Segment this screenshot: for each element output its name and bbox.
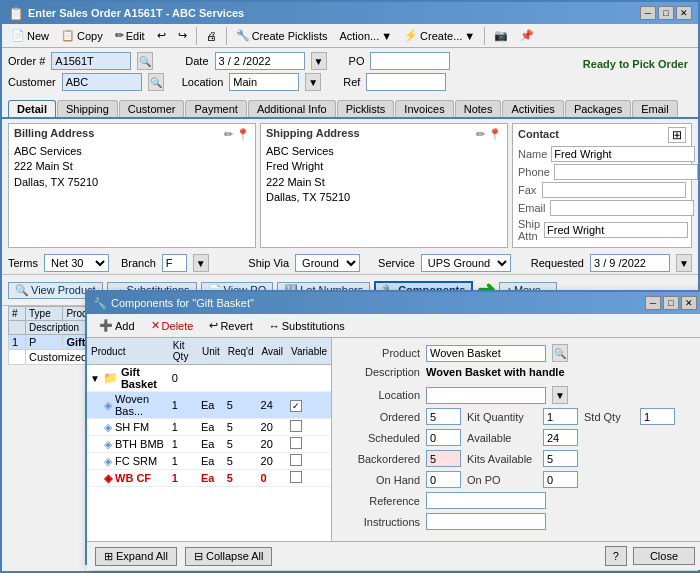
dialog-maximize-button[interactable]: □ <box>663 296 679 310</box>
billing-pin-icon[interactable]: 📍 <box>236 128 250 141</box>
detail-kits-available-input[interactable] <box>543 450 578 467</box>
undo-button[interactable]: ↩ <box>152 27 171 44</box>
terms-select[interactable]: Net 30 <box>44 254 109 272</box>
add-button[interactable]: ➕ Add <box>93 317 141 334</box>
location-dropdown-button[interactable]: ▼ <box>305 73 321 91</box>
detail-std-qty-input[interactable] <box>640 408 675 425</box>
copy-button[interactable]: 📋 Copy <box>56 27 108 44</box>
collapse-all-button[interactable]: ⊟ Collapse All <box>185 547 272 566</box>
woven-variable-checkbox[interactable] <box>290 400 302 412</box>
ref-input[interactable] <box>366 73 446 91</box>
pin-button[interactable]: 📌 <box>515 27 539 44</box>
substitutions-dialog-button[interactable]: ↔ Substitutions <box>263 318 351 334</box>
customer-input[interactable] <box>62 73 142 91</box>
folder-icon: 📁 <box>103 371 118 385</box>
detail-kit-qty-input[interactable] <box>543 408 578 425</box>
detail-backordered-input[interactable] <box>426 450 461 467</box>
dialog-minimize-button[interactable]: ─ <box>645 296 661 310</box>
branch-dropdown-button[interactable]: ▼ <box>193 254 209 272</box>
service-label: Service <box>378 257 415 269</box>
new-button[interactable]: 📄 New <box>6 27 54 44</box>
detail-location-dropdown-button[interactable]: ▼ <box>552 386 568 404</box>
detail-product-label: Product <box>340 347 420 359</box>
detail-scheduled-label: Scheduled <box>340 432 420 444</box>
action-button[interactable]: Action...▼ <box>334 28 397 44</box>
detail-scheduled-input[interactable] <box>426 429 461 446</box>
tree-row-bth-bmb[interactable]: ◈ BTH BMB 1 Ea 5 20 <box>87 436 331 453</box>
detail-location-input[interactable] <box>426 387 546 404</box>
customer-search-button[interactable]: 🔍 <box>148 73 164 91</box>
tab-packages[interactable]: Packages <box>565 100 631 117</box>
maximize-button[interactable]: □ <box>658 6 674 20</box>
detail-instructions-input[interactable] <box>426 513 546 530</box>
tree-row-wb-cf[interactable]: ◈ WB CF 1 Ea 5 0 <box>87 470 331 487</box>
close-button[interactable]: ✕ <box>676 6 692 20</box>
detail-on-po-input[interactable] <box>543 471 578 488</box>
tree-row-sh-fm[interactable]: ◈ SH FM 1 Ea 5 20 <box>87 419 331 436</box>
requested-dropdown-button[interactable]: ▼ <box>676 254 692 272</box>
tab-shipping[interactable]: Shipping <box>57 100 118 117</box>
billing-edit-icon[interactable]: ✏ <box>224 128 233 141</box>
print-button[interactable]: 🖨 <box>201 28 222 44</box>
bth-bmb-variable-checkbox[interactable] <box>290 437 302 449</box>
tab-customer[interactable]: Customer <box>119 100 185 117</box>
branch-input[interactable] <box>162 254 187 272</box>
sh-fm-variable-checkbox[interactable] <box>290 420 302 432</box>
contact-phone-input[interactable] <box>554 164 698 180</box>
order-number-input[interactable]: A1561T <box>51 52 131 70</box>
tree-row-woven-bas[interactable]: ◈ Woven Bas... 1 Ea 5 24 <box>87 392 331 419</box>
fc-srm-variable-checkbox[interactable] <box>290 454 302 466</box>
bth-bmb-label: BTH BMB <box>115 438 164 450</box>
detail-ordered-input[interactable] <box>426 408 461 425</box>
detail-product-search-button[interactable]: 🔍 <box>552 344 568 362</box>
detail-reference-input[interactable] <box>426 492 546 509</box>
shipping-pin-icon[interactable]: 📍 <box>488 128 502 141</box>
contact-name-input[interactable] <box>551 146 695 162</box>
tree-row-fc-srm[interactable]: ◈ FC SRM 1 Ea 5 20 <box>87 453 331 470</box>
detail-available-input[interactable] <box>543 429 578 446</box>
location-input[interactable] <box>229 73 299 91</box>
detail-product-input[interactable] <box>426 345 546 362</box>
contact-ship-attn-input[interactable] <box>544 222 688 238</box>
po-input[interactable] <box>370 52 450 70</box>
edit-button[interactable]: ✏ Edit <box>110 27 150 44</box>
expand-all-button[interactable]: ⊞ Expand All <box>95 547 177 566</box>
wb-cf-kit-qty: 1 <box>169 470 198 487</box>
component-icon-woven: ◈ <box>104 399 112 412</box>
date-dropdown-button[interactable]: ▼ <box>311 52 327 70</box>
tree-row-gift-basket[interactable]: ▼ 📁 Gift Basket 0 <box>87 365 331 392</box>
wb-cf-variable-checkbox[interactable] <box>290 471 302 483</box>
service-select[interactable]: UPS Ground <box>421 254 511 272</box>
requested-input[interactable] <box>590 254 670 272</box>
component-icon-fc-srm: ◈ <box>104 455 112 468</box>
tab-activities[interactable]: Activities <box>502 100 563 117</box>
camera-button[interactable]: 📷 <box>489 27 513 44</box>
contact-fax-input[interactable] <box>542 182 686 198</box>
tab-email[interactable]: Email <box>632 100 678 117</box>
detail-on-hand-input[interactable] <box>426 471 461 488</box>
delete-button[interactable]: ✕ Delete <box>145 317 200 334</box>
tab-detail[interactable]: Detail <box>8 100 56 117</box>
dialog-toolbar: ➕ Add ✕ Delete ↩ Revert ↔ Substitutions <box>87 314 700 338</box>
tab-payment[interactable]: Payment <box>185 100 246 117</box>
ship-via-select[interactable]: Ground <box>295 254 360 272</box>
create-picklists-button[interactable]: 🔧 Create Picklists <box>231 27 333 44</box>
terms-label: Terms <box>8 257 38 269</box>
tree-col-unit: Unit <box>198 338 224 365</box>
help-button[interactable]: ? <box>605 546 627 566</box>
tab-invoices[interactable]: Invoices <box>395 100 453 117</box>
tab-additional-info[interactable]: Additional Info <box>248 100 336 117</box>
create-button[interactable]: ⚡ Create...▼ <box>399 27 480 44</box>
close-button[interactable]: Close <box>633 547 695 565</box>
dialog-close-button[interactable]: ✕ <box>681 296 697 310</box>
contact-expand-icon[interactable]: ⊞ <box>668 127 686 143</box>
shipping-edit-icon[interactable]: ✏ <box>476 128 485 141</box>
revert-button[interactable]: ↩ Revert <box>203 317 258 334</box>
tab-picklists[interactable]: Picklists <box>337 100 395 117</box>
date-input[interactable] <box>215 52 305 70</box>
contact-email-input[interactable] <box>550 200 694 216</box>
minimize-button[interactable]: ─ <box>640 6 656 20</box>
tab-notes[interactable]: Notes <box>455 100 502 117</box>
redo-button[interactable]: ↪ <box>173 27 192 44</box>
order-search-button[interactable]: 🔍 <box>137 52 153 70</box>
